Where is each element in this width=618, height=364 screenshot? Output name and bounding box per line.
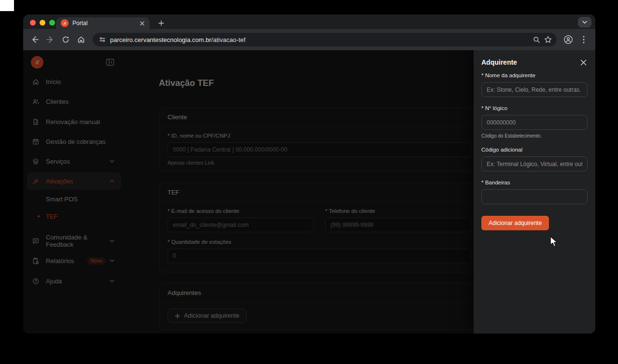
brands-input[interactable] (481, 189, 588, 204)
reload-icon[interactable] (59, 33, 72, 46)
url-text[interactable]: parceiro.cervantestecnologia.com.br/ativ… (110, 36, 529, 43)
address-bar[interactable]: parceiro.cervantestecnologia.com.br/ativ… (93, 33, 557, 46)
logical-number-helper: Código do Estabelecimento. (481, 133, 588, 139)
new-tab-button[interactable] (156, 18, 166, 28)
forward-icon[interactable] (43, 33, 57, 46)
portal-app: // Início Clientes Renovação (23, 50, 595, 334)
logical-number-label: * N° lógico (481, 105, 588, 111)
profile-icon[interactable] (562, 33, 575, 46)
background-window-fragment (0, 0, 14, 11)
drawer-title: Adquirente (481, 58, 517, 66)
add-acquirer-submit-button[interactable]: Adicionar adquirente (481, 216, 549, 230)
search-icon[interactable] (533, 36, 540, 43)
site-settings-icon[interactable] (98, 36, 106, 43)
url-host: parceiro.cervantestecnologia.com.br (110, 36, 211, 43)
close-window-button[interactable] (30, 20, 36, 26)
tab-search-chevron-button[interactable] (578, 17, 591, 28)
brands-label: * Bandeiras (481, 180, 588, 185)
browser-window: // Portal parceiro.c (23, 14, 595, 334)
tab-close-icon[interactable] (138, 19, 146, 27)
browser-menu-icon[interactable] (577, 33, 590, 46)
logical-number-input[interactable] (481, 115, 588, 130)
close-icon[interactable] (579, 58, 588, 67)
additional-code-label: Código adicional (481, 147, 588, 153)
site-favicon-icon: // (61, 19, 69, 27)
tab-strip: // Portal (23, 14, 595, 29)
window-controls (30, 20, 55, 26)
url-path: /ativacao-tef (211, 36, 246, 43)
acquirer-drawer: Adquirente * Nome da adquirente * N° lóg… (474, 50, 595, 334)
additional-code-input[interactable] (481, 156, 588, 171)
back-icon[interactable] (28, 33, 42, 46)
tab-portal[interactable]: // Portal (56, 17, 150, 29)
acquirer-name-label: * Nome da adquirente (481, 72, 588, 78)
acquirer-name-input[interactable] (481, 82, 588, 97)
browser-toolbar: parceiro.cervantestecnologia.com.br/ativ… (23, 29, 595, 50)
bookmark-star-icon[interactable] (544, 36, 552, 43)
minimize-window-button[interactable] (40, 20, 45, 26)
home-icon[interactable] (74, 33, 88, 46)
tab-title: Portal (72, 20, 134, 27)
maximize-window-button[interactable] (49, 20, 55, 26)
